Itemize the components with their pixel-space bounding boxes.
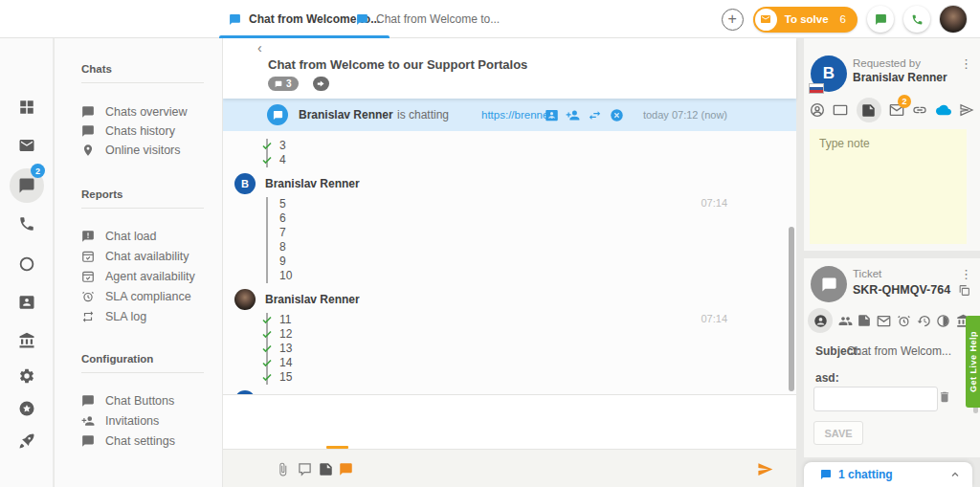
ring-icon[interactable] [18,255,35,273]
note-tab-icon[interactable] [339,462,353,476]
note-input[interactable] [810,129,967,244]
message-text: 15 [279,370,292,384]
sidebar-item-online-visitors[interactable]: Online visitors [81,144,181,157]
sidebar-item-agent-availability[interactable]: Agent availability [81,270,195,283]
transfer-arrows-icon[interactable] [588,108,602,122]
custom-field-input[interactable] [813,387,938,411]
close-circle-icon[interactable] [610,108,624,122]
composer-toolbar [223,449,796,487]
sidebar-item-chats-history[interactable]: Chats history [81,124,175,138]
sidebar-item-chats-overview[interactable]: Chats overview [81,105,187,119]
country-flag-icon [809,83,824,94]
to-solve-count: 6 [840,13,846,25]
sidebar-item-chat-buttons[interactable]: Chat Buttons [81,394,174,408]
user-avatar[interactable] [940,6,967,33]
sidebar-item-sla-compliance[interactable]: SLA compliance [81,290,191,303]
alarm-clock-icon [81,290,95,303]
note-icon[interactable] [857,98,881,122]
attachment-icon[interactable] [276,462,290,476]
to-solve-label: To solve [785,13,829,25]
chevron-up-icon[interactable] [949,469,961,480]
rocket-icon[interactable] [18,432,35,450]
chat-title: Chat from Welcome to our Support Portalo… [268,57,527,72]
avatar: B [234,390,256,395]
sidebar-item-label: Invitations [105,414,159,428]
save-button[interactable]: SAVE [813,421,863,445]
mail-badge: 2 [898,95,911,108]
chat-tab-icon [356,13,368,26]
calendar-check-icon [81,270,95,283]
sidebar-item-chat-availability[interactable]: Chat availability [81,250,189,263]
mail-icon[interactable] [18,137,35,154]
sidebar-item-label: Chats history [105,124,175,138]
sidebar-item-label: Online visitors [105,144,181,157]
sidebar-item-invitations[interactable]: Invitations [81,414,159,428]
chatting-footer[interactable]: 1 chatting [804,462,972,487]
chat-tab-icon [229,13,241,26]
message-group: B Branislav Renner 07:14 16 17 [266,390,796,395]
sidebar-item-chat-load[interactable]: Chat load [81,230,157,243]
phone-icon[interactable] [18,215,35,232]
chat-alert-icon [81,230,95,243]
add-person-icon[interactable] [566,108,580,122]
tab-chat-2[interactable]: Chat from Welcome to... [343,0,513,38]
contact-card-icon[interactable] [545,108,559,122]
send-icon[interactable] [757,461,773,477]
chat-count-badge[interactable]: 3 [268,77,299,91]
chat-outline-icon[interactable] [298,462,312,476]
message-list[interactable]: 3 4 B Branislav Renner 07:14 5 6 7 8 9 1… [223,131,796,395]
delivered-check-icon [261,343,273,354]
delivered-check-icon [261,328,273,340]
sender-name: Branislav Renner [265,293,360,306]
person-icon[interactable] [810,102,825,118]
salesforce-cloud-icon[interactable] [936,102,951,118]
message-text: 12 [279,327,292,341]
card-icon[interactable] [833,102,848,118]
trash-icon[interactable] [938,390,951,404]
transfer-icon[interactable] [313,77,329,91]
dashboard-icon[interactable] [18,99,35,116]
sender-name: Branislav Renner [265,177,360,190]
link-icon[interactable] [912,102,927,118]
to-solve-button[interactable]: To solve 6 [753,7,858,33]
phone-quick-button[interactable] [903,6,930,33]
chat-icon[interactable] [18,177,35,194]
settings-gear-icon[interactable] [18,367,35,385]
sidebar-item-chat-settings[interactable]: Chat settings [81,434,175,448]
visitor-status: is chatting [397,108,449,122]
alarm-clock-icon[interactable] [897,314,911,328]
mail-icon[interactable] [877,314,891,328]
message-input[interactable] [223,396,796,446]
sidebar-item-sla-log[interactable]: SLA log [81,310,146,323]
canned-message-icon[interactable] [319,462,333,476]
history-icon[interactable] [917,314,931,328]
message-text: 3 [279,139,286,152]
message-text: 10 [279,269,292,282]
chat-quick-button[interactable] [867,6,894,33]
divider [81,208,204,209]
bank-icon[interactable] [18,332,35,349]
contact-card-icon[interactable] [18,294,35,311]
get-live-help-button[interactable]: Get Live Help [966,316,980,408]
note-icon[interactable] [858,314,871,327]
group-icon[interactable] [838,314,853,328]
kebab-menu-icon[interactable]: ⋮ [960,268,972,280]
badge-star-icon[interactable] [18,400,35,417]
mail-icon[interactable]: 2 [889,102,904,118]
send-sketch-icon[interactable] [959,102,974,118]
calendar-check-icon [81,250,95,263]
message-text: 8 [279,240,286,254]
chat-icon [81,105,95,119]
add-icon[interactable]: + [722,9,744,31]
section-title-reports: Reports [81,188,122,200]
person-icon[interactable] [808,308,833,333]
left-icon-rail: 2 [0,38,54,487]
copy-icon[interactable] [958,284,970,297]
kebab-menu-icon[interactable]: ⋮ [960,57,972,70]
message-text: 11 [279,313,291,326]
back-chevron-icon[interactable]: ‹ [257,40,262,55]
delivered-check-icon [261,314,273,325]
requester-card: B Requested by Branislav Renner ⋮ 2 [804,38,980,251]
contrast-icon[interactable] [936,314,950,328]
scrollbar-thumb[interactable] [789,227,794,391]
